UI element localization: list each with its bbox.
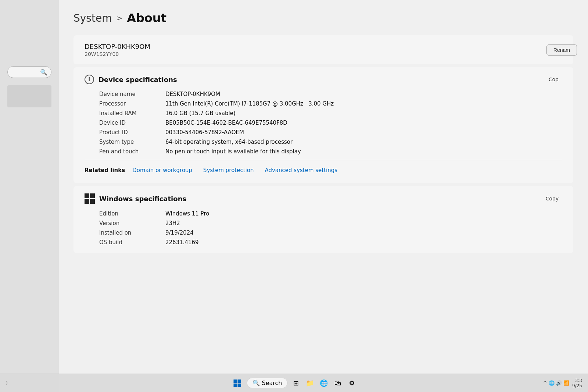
spec-label-product-id: Product ID — [99, 129, 165, 136]
windows-specs-title-left: Windows specifications — [85, 193, 186, 204]
spec-value-installed-on: 9/19/2024 — [165, 229, 562, 236]
spec-value-pen-touch: No pen or touch input is available for t… — [165, 148, 562, 155]
spec-label-edition: Edition — [99, 210, 165, 217]
taskbar-search-label: Search — [262, 379, 282, 386]
info-icon: i — [85, 75, 94, 84]
taskbar-center: 🔍 Search ⊞ 📁 🌐 🛍 ⚙ — [231, 377, 358, 390]
taskbar-left: ) — [6, 380, 8, 386]
breadcrumb-separator: > — [116, 14, 122, 22]
windows-specs-table: Edition Windows 11 Pro Version 23H2 Inst… — [85, 210, 562, 246]
spec-value-processor: 11th Gen Intel(R) Core(TM) i7-1185G7 @ 3… — [165, 100, 562, 107]
taskbar-right: ^ 🌐 🔊 📶 3:3 9/25 — [543, 378, 582, 388]
sidebar-nav-block — [7, 85, 51, 107]
spec-value-os-build: 22631.4169 — [165, 239, 562, 246]
spec-label-ram: Installed RAM — [99, 110, 165, 117]
rename-button[interactable]: Renam — [546, 44, 577, 56]
spec-value-version: 23H2 — [165, 220, 562, 227]
taskbar-store-icon[interactable]: 🛍 — [332, 378, 343, 389]
spec-label-version: Version — [99, 220, 165, 227]
taskbar-system-icons: ^ 🌐 🔊 📶 — [543, 380, 569, 386]
spec-value-ram: 16.0 GB (15.7 GB usable) — [165, 110, 562, 117]
spec-label-system-type: System type — [99, 139, 165, 145]
device-specs-title-left: i Device specifications — [85, 75, 177, 84]
page-header: System > About — [59, 0, 588, 32]
start-windows-logo-icon — [234, 379, 241, 387]
link-system-protection[interactable]: System protection — [203, 167, 254, 174]
windows-specs-title: Windows specifications — [99, 195, 186, 203]
taskbar-widgets-icon[interactable]: ⊞ — [290, 378, 301, 389]
taskbar-search[interactable]: 🔍 Search — [247, 378, 288, 388]
spec-label-pen-touch: Pen and touch — [99, 148, 165, 155]
spec-value-edition: Windows 11 Pro — [165, 210, 562, 217]
windows-logo-icon — [85, 193, 95, 204]
sidebar: 🔍 — [0, 0, 59, 392]
device-specs-section: i Device specifications Cop Device name … — [74, 67, 573, 183]
related-links-row: Related links Domain or workgroup System… — [85, 160, 562, 176]
related-links-label: Related links — [85, 167, 125, 174]
spec-label-device-id: Device ID — [99, 120, 165, 126]
computer-name-text: DESKTOP-0KHK9OM 20W1S2YY00 — [85, 43, 150, 57]
copy-specs-link[interactable]: Cop — [549, 76, 559, 82]
copy-windows-specs-link[interactable]: Copy — [545, 196, 559, 202]
taskbar-settings-icon[interactable]: ⚙ — [346, 378, 357, 389]
device-specs-title: Device specifications — [98, 76, 177, 83]
spec-value-system-type: 64-bit operating system, x64-based proce… — [165, 139, 562, 145]
search-icon: 🔍 — [40, 69, 47, 76]
taskbar-time-value: 3:3 — [572, 378, 582, 383]
spec-label-os-build: OS build — [99, 239, 165, 246]
breadcrumb-system: System — [74, 12, 112, 24]
breadcrumb-about: About — [127, 11, 166, 25]
taskbar: ) 🔍 Search ⊞ 📁 🌐 🛍 ⚙ ^ 🌐 🔊 📶 3:3 9/25 — [0, 374, 588, 392]
taskbar-time: 3:3 9/25 — [572, 378, 582, 388]
taskbar-search-icon: 🔍 — [252, 379, 260, 386]
hostname-label: DESKTOP-0KHK9OM — [85, 43, 150, 50]
start-button[interactable] — [231, 377, 244, 390]
computer-name-section: DESKTOP-0KHK9OM 20W1S2YY00 Renam — [74, 35, 573, 64]
spec-value-device-id: BE05B50C-154E-4602-BEAC-649E75540F8D — [165, 120, 562, 126]
link-advanced-system-settings[interactable]: Advanced system settings — [265, 167, 337, 174]
main-content: System > About DESKTOP-0KHK9OM 20W1S2YY0… — [59, 0, 588, 374]
spec-value-device-name: DESKTOP-0KHK9OM — [165, 91, 562, 97]
device-specs-title-row: i Device specifications Cop — [85, 75, 562, 84]
spec-label-processor: Processor — [99, 100, 165, 107]
windows-specs-section: Windows specifications Copy Edition Wind… — [74, 186, 573, 253]
model-label: 20W1S2YY00 — [85, 51, 150, 57]
taskbar-files-icon[interactable]: 📁 — [304, 378, 315, 389]
windows-specs-title-row: Windows specifications Copy — [85, 193, 562, 204]
taskbar-edge-icon[interactable]: 🌐 — [318, 378, 329, 389]
spec-label-device-name: Device name — [99, 91, 165, 97]
info-icon-label: i — [89, 76, 90, 82]
sidebar-search[interactable]: 🔍 — [7, 66, 51, 78]
taskbar-date-value: 9/25 — [572, 383, 582, 388]
device-specs-table: Device name DESKTOP-0KHK9OM Processor 11… — [85, 91, 562, 155]
link-domain-workgroup[interactable]: Domain or workgroup — [132, 167, 192, 174]
spec-value-product-id: 00330-54406-57892-AAOEM — [165, 129, 562, 136]
spec-label-installed-on: Installed on — [99, 229, 165, 236]
taskbar-left-text: ) — [6, 380, 8, 386]
